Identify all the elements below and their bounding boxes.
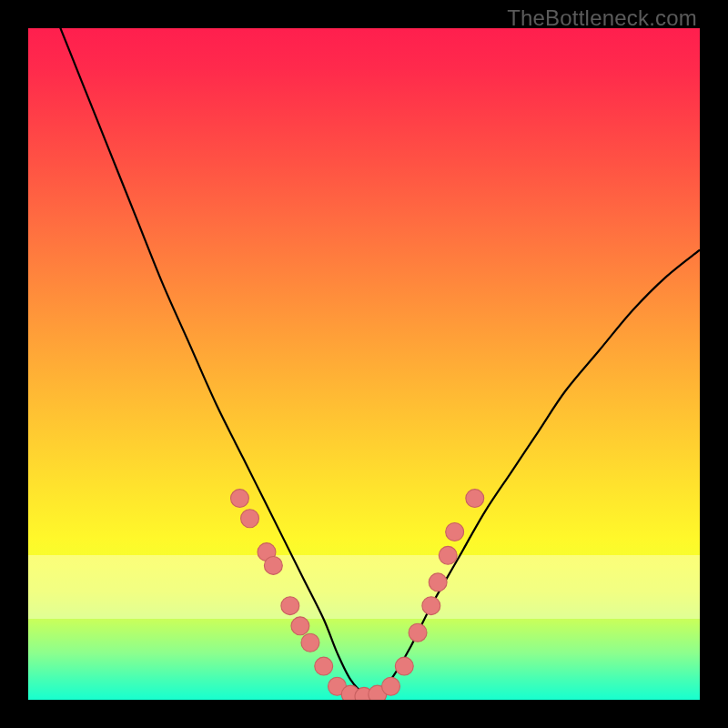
attribution-text: TheBottleneck.com <box>507 5 697 31</box>
data-dots <box>231 490 484 700</box>
data-dot <box>446 523 464 541</box>
data-dot <box>241 510 259 528</box>
data-dot <box>382 677 400 695</box>
data-dot <box>422 597 440 615</box>
data-dot <box>264 556 282 574</box>
data-dot <box>409 623 427 642</box>
data-dot <box>439 546 457 564</box>
plot-area <box>28 28 700 700</box>
data-dot <box>231 490 249 508</box>
data-dot <box>429 573 447 592</box>
data-dot <box>395 657 413 675</box>
data-dot <box>315 657 333 675</box>
data-dot <box>281 597 299 615</box>
data-dot <box>301 633 319 652</box>
dots-layer <box>28 28 700 700</box>
chart-frame: TheBottleneck.com <box>0 0 728 728</box>
data-dot <box>466 490 484 508</box>
data-dot <box>291 617 309 635</box>
